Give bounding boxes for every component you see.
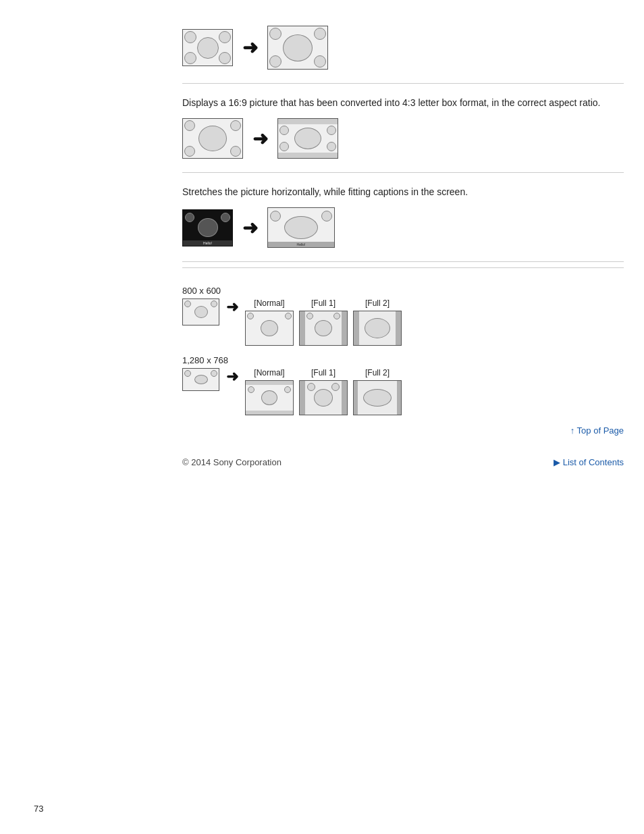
grid-full2-label-1: [Full 2]	[365, 298, 390, 308]
grid-full2-box-1	[353, 311, 402, 346]
arrow-2: ➜	[252, 128, 268, 150]
section-2: Displays a 16:9 picture that has been co…	[182, 84, 624, 173]
grid-full1-label-2: [Full 1]	[311, 368, 336, 377]
grid-full2-label-2: [Full 2]	[365, 368, 390, 377]
grid-col-full1-1: [Full 1]	[299, 298, 348, 346]
page-number: 73	[34, 804, 43, 814]
source-image-1	[182, 29, 233, 66]
diagram-row-3: Hello! ➜ Hello!	[182, 207, 624, 248]
grid-results-2: [Normal] [Full 1]	[245, 368, 402, 415]
arrow-1: ➜	[242, 36, 258, 59]
grid-col-full2-1: [Full 2]	[353, 298, 402, 346]
section-3-text: Stretches the picture horizontally, whil…	[182, 185, 624, 199]
grid-row1-resolution: 800 x 600	[182, 286, 624, 296]
copyright-text: © 2014 Sony Corporation	[182, 457, 281, 467]
top-of-page-container: Top of Page	[182, 425, 624, 436]
grid-normal-box-2	[245, 380, 294, 415]
grid-section: 800 x 600 ➜ [Normal]	[182, 273, 624, 448]
grid-full2-box-2	[353, 380, 402, 415]
grid-normal-label-2: [Normal]	[254, 368, 284, 377]
grid-col-normal-1: [Normal]	[245, 298, 294, 346]
grid-col-full2-2: [Full 2]	[353, 368, 402, 415]
grid-full1-label-1: [Full 1]	[311, 298, 336, 308]
source-image-2	[182, 118, 243, 159]
grid-row2-resolution: 1,280 x 768	[182, 355, 624, 365]
caption-bar-source: Hello!	[183, 240, 232, 246]
grid-arrow-2: ➜	[226, 368, 238, 386]
grid-col-normal-2: [Normal]	[245, 368, 294, 415]
section-2-text: Displays a 16:9 picture that has been co…	[182, 96, 624, 110]
grid-arrow-1: ➜	[226, 298, 238, 316]
grid-source-1	[182, 298, 219, 325]
result-image-2	[277, 118, 338, 159]
grid-normal-box-1	[245, 311, 294, 346]
footer: © 2014 Sony Corporation List of Contents	[182, 453, 624, 471]
top-of-page-link[interactable]: Top of Page	[570, 425, 624, 436]
grid-row-1: 800 x 600 ➜ [Normal]	[182, 286, 624, 346]
grid-source-2	[182, 368, 219, 391]
grid-full1-box-1	[299, 311, 348, 346]
grid-normal-label-1: [Normal]	[254, 298, 284, 308]
page-content: ➜ Displays a 16:9 picture that has been …	[182, 0, 624, 471]
caption-bar-result: Hello!	[268, 242, 334, 247]
grid-full1-box-2	[299, 380, 348, 415]
result-image-3: Hello!	[267, 207, 335, 248]
divider-before-grid	[182, 267, 624, 268]
section-3: Stretches the picture horizontally, whil…	[182, 173, 624, 262]
arrow-3: ➜	[242, 217, 258, 239]
footer-links: List of Contents	[554, 457, 624, 467]
list-of-contents-link[interactable]: List of Contents	[554, 457, 624, 467]
grid-col-full1-2: [Full 1]	[299, 368, 348, 415]
grid-row2-diagrams: ➜ [Normal]	[182, 368, 624, 415]
section-1: ➜	[182, 14, 624, 84]
grid-row-2: 1,280 x 768 ➜ [Normal]	[182, 355, 624, 415]
result-image-1	[267, 26, 328, 70]
diagram-row-1: ➜	[182, 26, 624, 70]
grid-row1-diagrams: ➜ [Normal] [Full 1]	[182, 298, 624, 346]
grid-results-1: [Normal] [Full 1]	[245, 298, 402, 346]
diagram-row-2: ➜	[182, 118, 624, 159]
source-image-3: Hello!	[182, 209, 233, 246]
